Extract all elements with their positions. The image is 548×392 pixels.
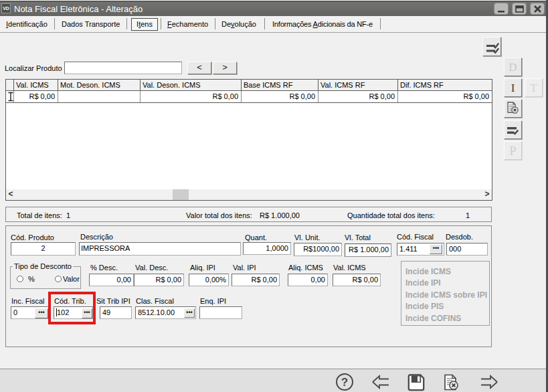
svg-text:?: ? <box>341 376 348 389</box>
